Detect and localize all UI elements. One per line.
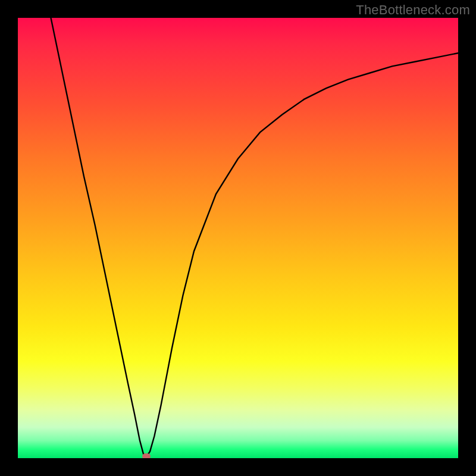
curve-layer <box>18 18 458 458</box>
chart-frame: TheBottleneck.com <box>0 0 476 476</box>
minimum-marker <box>142 453 151 458</box>
plot-area <box>18 18 458 458</box>
watermark-text: TheBottleneck.com <box>356 2 470 18</box>
bottleneck-curve <box>51 18 459 456</box>
